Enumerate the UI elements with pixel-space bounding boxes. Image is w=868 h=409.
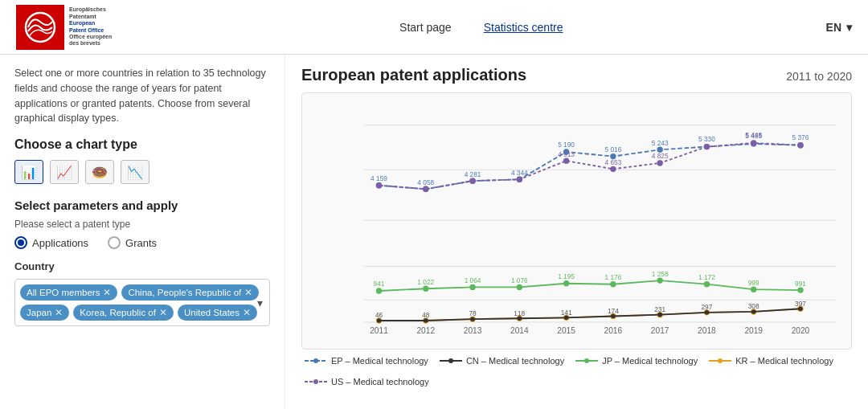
legend-jp: JP – Medical technology	[575, 356, 698, 366]
svg-text:4 281: 4 281	[465, 170, 481, 178]
chart-type-line[interactable]: 📈	[50, 160, 79, 184]
chart-type-grouped[interactable]: 📉	[121, 160, 149, 184]
legend-us-label: US – Medical technology	[331, 377, 429, 387]
chart-header: European patent applications 2011 to 202…	[301, 66, 852, 84]
tag-us-label: United States	[184, 308, 240, 317]
chart-type-donut[interactable]: 🍩	[85, 160, 114, 184]
us-dot-2019	[751, 140, 756, 145]
tag-korea-label: Korea, Republic of	[80, 308, 156, 317]
tag-us-remove[interactable]: ✕	[243, 307, 251, 318]
left-panel: Select one or more countries in relation…	[0, 55, 285, 409]
tag-all-epo-remove[interactable]: ✕	[103, 287, 111, 298]
tag-china-remove[interactable]: ✕	[244, 287, 252, 298]
us-dot-2020	[797, 142, 803, 148]
jp-dot-2020	[797, 287, 803, 292]
svg-text:5 243: 5 243	[652, 139, 669, 147]
us-dot-2011	[376, 182, 382, 188]
jp-dot-2014	[517, 284, 522, 290]
tag-japan[interactable]: Japan ✕	[20, 305, 69, 321]
svg-text:1 176: 1 176	[604, 273, 621, 281]
tag-korea[interactable]: Korea, Republic of ✕	[73, 305, 174, 321]
svg-text:78: 78	[469, 309, 477, 317]
country-dropdown-chevron[interactable]: ▾	[257, 297, 263, 309]
us-dot-2017	[657, 160, 662, 166]
svg-text:48: 48	[422, 311, 430, 319]
legend-ep: EP – Medical technology	[305, 356, 428, 366]
chart-type-row: 📊 📈 🍩 📉	[14, 160, 270, 184]
main-nav: Start page Statistics centre	[137, 21, 826, 34]
svg-text:4 344: 4 344	[511, 169, 528, 177]
svg-point-67	[313, 379, 318, 384]
nav-statistics-centre[interactable]: Statistics centre	[484, 21, 563, 34]
radio-grants-circle	[108, 236, 121, 249]
chart-type-title: Choose a chart type	[14, 137, 270, 152]
svg-text:1 064: 1 064	[465, 276, 481, 284]
svg-text:2015: 2015	[557, 326, 575, 335]
legend-cn: CN – Medical technology	[440, 356, 564, 366]
cn-line	[379, 309, 800, 321]
svg-text:231: 231	[654, 305, 665, 313]
tag-japan-remove[interactable]: ✕	[55, 307, 63, 318]
bar-chart-icon: 📊	[21, 165, 37, 180]
country-label: Country	[14, 260, 270, 272]
tag-korea-remove[interactable]: ✕	[159, 307, 167, 318]
tag-us[interactable]: United States ✕	[178, 305, 257, 321]
chart-title: European patent applications	[301, 66, 526, 84]
chart-type-bar[interactable]: 📊	[14, 160, 43, 184]
svg-text:2019: 2019	[744, 326, 763, 335]
intro-text: Select one or more countries in relation…	[14, 66, 270, 126]
jp-dot-2013	[469, 284, 475, 290]
kr-line	[379, 309, 800, 321]
legend-cn-label: CN – Medical technology	[466, 356, 564, 366]
svg-text:5 376: 5 376	[792, 133, 809, 141]
chart-container: 5k 4k 3k 2k 1k 0 2011 2012 2013 2014 201…	[301, 92, 852, 350]
tag-all-epo[interactable]: All EPO members ✕	[20, 284, 117, 301]
jp-dot-2015	[563, 280, 569, 286]
chart-svg: 5k 4k 3k 2k 1k 0 2011 2012 2013 2014 201…	[334, 101, 840, 342]
radio-applications[interactable]: Applications	[14, 236, 88, 249]
svg-text:2016: 2016	[604, 326, 623, 335]
svg-text:2018: 2018	[698, 326, 716, 335]
svg-point-65	[718, 358, 723, 363]
main-layout: Select one or more countries in relation…	[0, 55, 868, 409]
jp-dot-2017	[657, 277, 662, 283]
svg-text:4 058: 4 058	[417, 178, 434, 186]
jp-dot-2011	[376, 288, 382, 293]
svg-text:4 913: 4 913	[558, 150, 575, 158]
svg-text:1 195: 1 195	[558, 272, 575, 280]
us-dot-2018	[704, 144, 710, 149]
line-chart-icon: 📈	[56, 165, 72, 180]
svg-text:2011: 2011	[370, 326, 388, 335]
us-line	[379, 143, 800, 189]
jp-dot-2016	[610, 281, 616, 287]
tag-all-epo-label: All EPO members	[27, 288, 100, 297]
svg-text:2017: 2017	[651, 326, 669, 335]
svg-text:397: 397	[795, 300, 806, 308]
us-dot-2013	[469, 178, 475, 183]
svg-text:991: 991	[795, 280, 806, 288]
params-title: Select parameters and apply	[14, 198, 270, 212]
radio-grants-label: Grants	[125, 237, 157, 249]
us-dot-2015	[563, 157, 569, 163]
lang-selector[interactable]: EN ▾	[826, 21, 852, 34]
legend-jp-label: JP – Medical technology	[602, 356, 698, 366]
svg-text:308: 308	[748, 302, 760, 310]
patent-type-label: Please select a patent type	[14, 219, 270, 230]
svg-text:4k: 4k	[334, 166, 335, 175]
us-dot-2014	[517, 177, 522, 182]
donut-chart-icon: 🍩	[92, 165, 108, 180]
nav-start-page[interactable]: Start page	[399, 21, 452, 34]
right-panel: European patent applications 2011 to 202…	[285, 55, 868, 409]
radio-grants[interactable]: Grants	[108, 236, 157, 249]
svg-text:2014: 2014	[510, 326, 529, 335]
svg-text:941: 941	[374, 280, 385, 288]
tag-china-label: China, People's Republic of	[128, 288, 241, 297]
svg-point-59	[313, 358, 318, 363]
svg-point-61	[448, 358, 453, 363]
legend-kr-label: KR – Medical technology	[735, 356, 833, 366]
legend-ep-label: EP – Medical technology	[331, 356, 428, 366]
us-dot-2012	[423, 186, 428, 192]
svg-text:1 258: 1 258	[652, 270, 669, 278]
tag-china[interactable]: China, People's Republic of ✕	[121, 284, 259, 301]
patent-type-radio-group: Applications Grants	[14, 236, 270, 249]
